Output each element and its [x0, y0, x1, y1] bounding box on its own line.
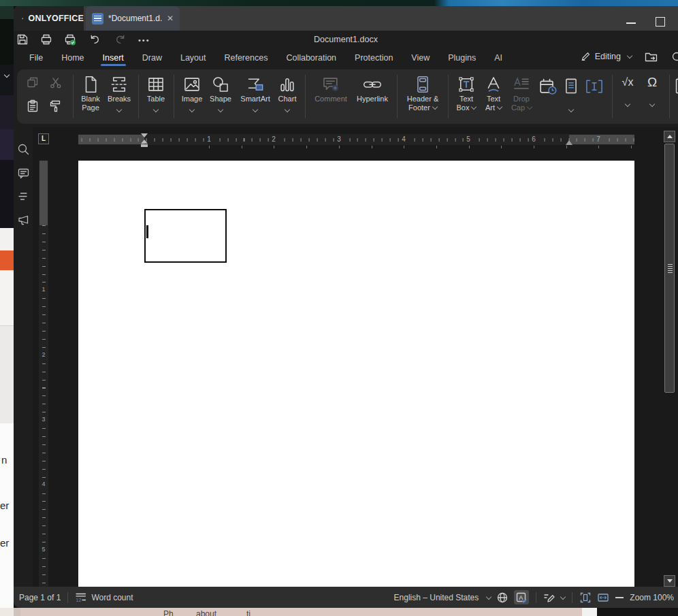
chevron-down-icon — [285, 107, 290, 112]
hanging-indent-marker[interactable] — [141, 140, 148, 144]
equation-button[interactable]: √x — [617, 76, 638, 118]
maximize-button[interactable] — [656, 17, 665, 27]
image-icon — [183, 76, 201, 93]
symbol-button[interactable]: Ω — [642, 75, 662, 117]
statusbar-divider — [572, 592, 572, 603]
text-art-label: Text Art — [479, 95, 508, 112]
text-box-button[interactable]: Text Box — [451, 69, 481, 124]
scroll-up-button[interactable] — [664, 131, 675, 142]
zoom-level[interactable]: Zoom 100% — [630, 593, 674, 602]
tab-close-icon[interactable]: ✕ — [167, 14, 174, 23]
menu-protection[interactable]: Protection — [354, 53, 393, 63]
menu-home[interactable]: Home — [61, 53, 84, 63]
left-indent-marker[interactable] — [141, 144, 148, 147]
vertical-scrollbar[interactable] — [664, 131, 675, 587]
globe-icon[interactable] — [496, 591, 508, 604]
sidebar-navigation-icon[interactable] — [17, 190, 30, 203]
menu-ai[interactable]: AI — [494, 53, 503, 63]
drop-cap-icon — [513, 76, 530, 93]
bg-strip — [0, 228, 14, 250]
fit-page-icon[interactable] — [579, 591, 592, 604]
open-file-location-icon[interactable] — [645, 51, 658, 63]
menu-references[interactable]: References — [223, 53, 268, 63]
ribbon-separator — [73, 75, 74, 118]
chevron-down-icon — [649, 101, 655, 107]
menu-insert[interactable]: Insert — [102, 53, 125, 63]
text-art-button[interactable]: Text Art — [479, 69, 508, 124]
breaks-button[interactable]: Breaks — [103, 69, 135, 124]
chevron-down-icon — [627, 52, 632, 58]
ribbon: Blank Page Breaks — [14, 66, 678, 127]
bg-bottom-sliver: Ph about ti — [20, 608, 584, 616]
inserted-text-box[interactable] — [144, 209, 227, 263]
chevron-down-icon — [560, 594, 566, 599]
spell-check-button[interactable]: A — [514, 590, 529, 604]
header-footer-button[interactable]: Header & Footer — [400, 69, 446, 124]
chevron-down-icon — [486, 594, 491, 599]
language-selector[interactable]: English – United States — [394, 593, 479, 602]
bg-strip — [0, 250, 14, 270]
ribbon-separator — [397, 75, 398, 118]
blank-page-icon — [82, 76, 99, 93]
menu-layout[interactable]: Layout — [180, 53, 207, 63]
sidebar-feedback-icon[interactable] — [17, 214, 30, 227]
text-cursor — [146, 225, 148, 238]
word-count-icon[interactable]: 12 — [75, 591, 87, 604]
header-footer-label: Header & Footer — [400, 95, 446, 112]
sidebar-comments-icon[interactable] — [17, 167, 30, 180]
chart-button[interactable]: Chart — [272, 69, 303, 124]
vertical-ruler[interactable]: 1 2 3 4 5 — [39, 161, 48, 587]
blank-page-button[interactable]: Blank Page — [74, 69, 107, 124]
format-painter-icon[interactable] — [49, 99, 63, 113]
ruler-number: 2 — [39, 351, 48, 359]
track-changes-icon[interactable] — [543, 591, 555, 604]
ruler-number: 3 — [336, 135, 342, 144]
svg-text:12: 12 — [76, 597, 82, 602]
smartart-label: SmartArt — [238, 95, 273, 103]
smartart-button[interactable]: SmartArt — [238, 69, 273, 124]
horizontal-ruler[interactable]: 1 2 3 4 5 6 7 — [78, 134, 634, 145]
ruler-ticks — [78, 138, 634, 142]
menu-view[interactable]: View — [410, 53, 430, 63]
ruler-number: 1 — [206, 135, 212, 144]
paste-icon[interactable] — [26, 99, 39, 113]
menu-plugins[interactable]: Plugins — [447, 53, 477, 63]
document-page[interactable] — [78, 161, 634, 587]
menu-file[interactable]: File — [29, 53, 44, 63]
zoom-out-icon[interactable] — [615, 591, 624, 604]
word-count-button[interactable]: Word count — [91, 593, 133, 602]
titlebar[interactable]: ONLYOFFICE *Document1.d... ✕ — [14, 6, 678, 31]
table-icon — [147, 76, 165, 93]
page-count[interactable]: Page 1 of 1 — [19, 593, 61, 602]
tab-stop-selector[interactable]: L — [38, 133, 49, 144]
first-line-indent-marker[interactable] — [141, 133, 148, 137]
image-button[interactable]: Image — [176, 69, 208, 124]
scroll-down-button[interactable] — [664, 575, 675, 587]
table-button[interactable]: Table — [140, 69, 172, 124]
sidebar-search-icon[interactable] — [17, 143, 30, 156]
workspace: L 1 2 3 4 5 6 7 — [14, 127, 678, 587]
onlyoffice-logo-icon — [22, 12, 24, 25]
chevron-down-icon — [625, 101, 630, 107]
fit-width-icon[interactable] — [597, 591, 609, 604]
minimize-button[interactable] — [626, 22, 636, 24]
editing-mode-button[interactable]: Editing — [581, 51, 632, 61]
text-box-icon — [457, 76, 475, 93]
field-button[interactable] — [585, 78, 604, 95]
copy-icon[interactable] — [26, 76, 39, 89]
right-indent-marker[interactable] — [566, 140, 572, 145]
date-time-button[interactable] — [538, 78, 558, 95]
app-logo-box[interactable]: ONLYOFFICE — [14, 6, 84, 31]
search-icon[interactable] — [671, 51, 678, 63]
cut-icon[interactable] — [49, 76, 63, 89]
menu-collaboration[interactable]: Collaboration — [285, 53, 337, 63]
menu-draw[interactable]: Draw — [142, 53, 163, 63]
document-tab[interactable]: *Document1.d... ✕ — [86, 6, 180, 31]
bg-strip: n er er — [0, 423, 14, 608]
scrollbar-thumb[interactable] — [664, 144, 675, 393]
chevron-down-icon — [527, 104, 532, 110]
hyperlink-button[interactable]: Hyperlink — [351, 69, 393, 124]
content-control-button[interactable] — [562, 78, 581, 118]
clipped-ribbon-icon[interactable] — [675, 78, 678, 95]
shape-button[interactable]: Shape — [206, 69, 236, 124]
